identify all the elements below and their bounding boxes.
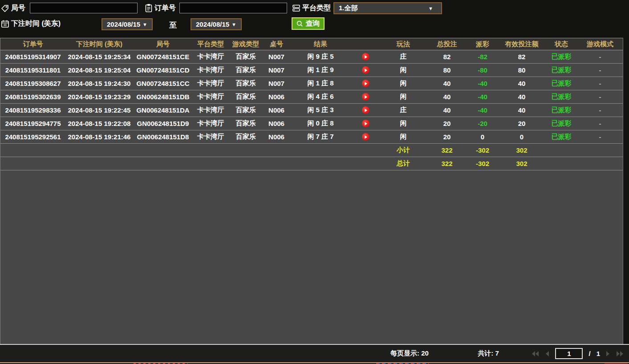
cell-order-no: 240815195311801 [0,64,65,77]
cell-play [351,77,380,90]
cell-order-no: 240815195294775 [0,117,65,130]
table-row: 2408151952947752024-08-15 19:22:08GN0062… [0,117,623,130]
round-number-label: 局号 [11,4,25,13]
cell-order-no: 240815195314907 [0,50,65,63]
cell-bet-time: 2024-08-15 19:21:46 [65,130,133,143]
round-number-input[interactable] [30,3,138,13]
orders-table: 订单号下注时间 (美东)局号平台类型游戏类型桌号结果玩法总投注派彩有效投注额状态… [0,38,623,344]
cell-round-no: GN006248151D8 [133,130,193,143]
grand-total-row-cell [133,157,193,170]
grand-total-row-cell [351,157,380,170]
platform-type-field-group: 平台类型 1.全部 ▼ [292,2,442,14]
grand-total-row-cell: 322 [427,157,467,170]
cell-play [351,130,380,143]
cell-round-no: GN006248151DA [133,104,193,117]
cell-result: 闲 0 庄 8 [290,117,351,130]
cell-status: 已派彩 [545,90,577,103]
table-body: 2408151953149072024-08-15 19:25:34GN0072… [0,50,623,170]
cell-valid-bet: 40 [498,90,545,103]
query-button-label: 查询 [306,19,320,28]
grand-total-row-cell [577,157,623,170]
order-number-input[interactable] [179,3,287,13]
cell-mode: - [577,117,623,130]
page-total: 1 [597,350,600,357]
first-page-icon[interactable] [532,351,539,357]
play-icon[interactable] [362,120,369,127]
last-page-icon[interactable] [616,351,624,357]
cell-total-bet: 82 [427,50,467,63]
cell-order-no: 240815195292561 [0,130,65,143]
subtotal-row: 小计322-302302 [0,144,623,157]
cell-bet-time: 2024-08-15 19:22:08 [65,117,133,130]
per-page-label: 每页显示: 20 [383,345,436,362]
cell-valid-bet: 0 [498,130,545,143]
bet-time-field-group: 下注时间 (美东) [1,19,61,28]
cell-total-bet: 20 [427,130,467,143]
cell-round-no: GN007248151CE [133,50,193,63]
cell-mode: - [577,90,623,103]
cell-mode: - [577,130,623,143]
grand-total-row-cell [290,157,351,170]
subtotal-row-cell [351,144,380,157]
query-button[interactable]: 查询 [292,17,325,30]
cell-payout: -40 [467,90,498,103]
page-number-input[interactable] [555,348,583,359]
table-row: 2408151952983362024-08-15 19:22:45GN0062… [0,104,623,117]
grand-total-row-cell [228,157,263,170]
cell-game-type: 百家乐 [228,130,263,143]
column-header: 玩法 [380,38,427,50]
column-header: 游戏类型 [228,38,263,50]
platform-type-label: 平台类型 [302,4,331,13]
play-icon[interactable] [362,106,369,114]
cell-result: 闲 7 庄 7 [290,130,351,143]
table-row: 2408151953118012024-08-15 19:25:04GN0072… [0,64,623,77]
cell-bet-time: 2024-08-15 19:25:04 [65,64,133,77]
play-icon[interactable] [362,93,369,101]
subtotal-row-cell: 322 [427,144,467,157]
subtotal-row-cell [545,144,577,157]
subtotal-row-cell: 302 [498,144,545,157]
cell-table-no: N006 [263,117,290,130]
play-icon[interactable] [362,133,369,141]
order-number-label: 订单号 [154,4,176,13]
subtotal-row-cell [0,144,65,157]
cell-game-type: 百家乐 [228,77,263,90]
search-icon [296,20,303,27]
play-icon[interactable] [362,66,369,74]
platform-type-select[interactable]: 1.全部 ▼ [333,2,442,14]
cell-platform: 卡卡湾厅 [193,64,228,77]
cell-bet-time: 2024-08-15 19:24:30 [65,77,133,90]
grand-total-row: 总计322-302302 [0,157,623,170]
chevron-down-icon: ▼ [142,22,147,27]
pagination-bar: 每页显示: 20 共计: 7 / 1 [0,344,629,362]
date-from-select[interactable]: 2024/08/15 ▼ [101,18,153,30]
column-header [351,38,380,50]
cell-status: 已派彩 [545,104,577,117]
cell-game-type: 百家乐 [228,117,263,130]
grand-total-row-cell [263,157,290,170]
cell-result: 闲 4 庄 6 [290,90,351,103]
cell-play [351,117,380,130]
cell-platform: 卡卡湾厅 [193,130,228,143]
column-header: 结果 [290,38,351,50]
grand-total-row-cell: 302 [498,157,545,170]
play-icon[interactable] [362,80,369,87]
platform-type-value: 1.全部 [339,4,358,12]
play-icon[interactable] [362,53,369,61]
column-header: 局号 [133,38,193,50]
subtotal-row-cell [263,144,290,157]
date-from-value: 2024/08/15 [107,20,140,28]
column-header: 订单号 [0,38,65,50]
subtotal-row-cell [290,144,351,157]
cell-game-type: 百家乐 [228,64,263,77]
next-page-icon[interactable] [606,351,610,357]
cell-round-no: GN006248151D9 [133,117,193,130]
prev-page-icon[interactable] [545,351,549,357]
cell-bet-time: 2024-08-15 19:23:29 [65,90,133,103]
date-to-select[interactable]: 2024/08/15 ▼ [191,18,242,30]
cell-payout: -20 [467,117,498,130]
cell-play-type: 闲 [380,64,427,77]
cell-result: 闲 1 庄 8 [290,77,351,90]
table-row: 2408151953149072024-08-15 19:25:34GN0072… [0,50,623,64]
subtotal-row-cell: -302 [467,144,498,157]
